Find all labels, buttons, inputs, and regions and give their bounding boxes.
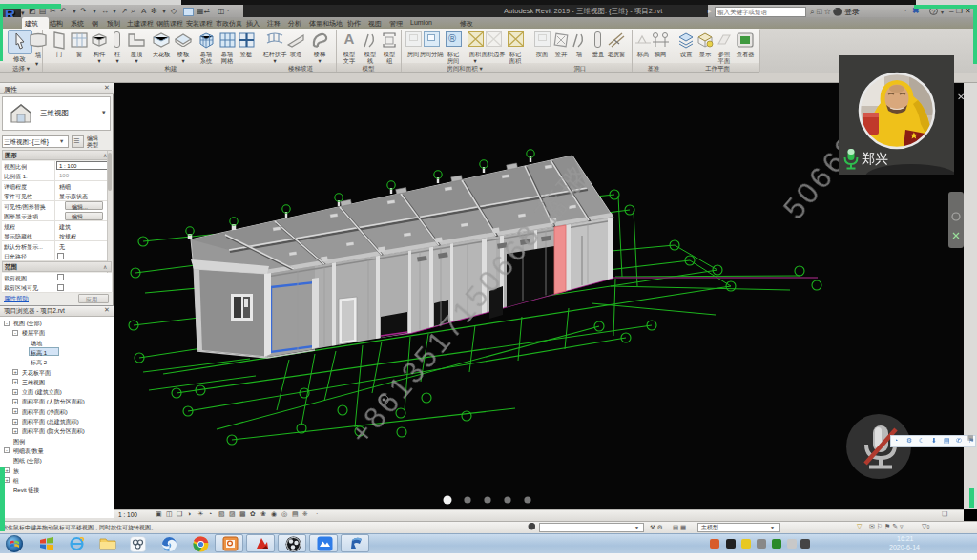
svg-text:✕: ✕ — [957, 92, 964, 102]
